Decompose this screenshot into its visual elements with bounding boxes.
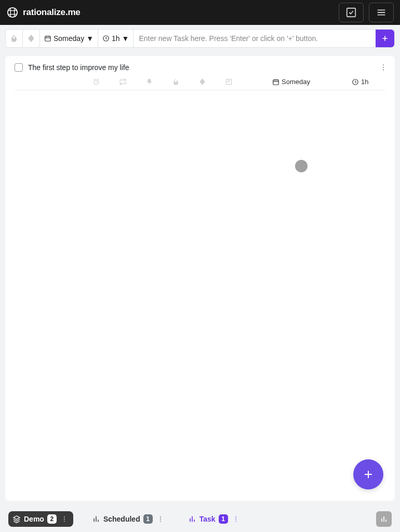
header-actions (339, 3, 394, 22)
schedule-selector[interactable]: Someday ▼ (40, 30, 98, 47)
alarm-icon[interactable] (92, 78, 100, 86)
priority-diamond-button[interactable] (23, 30, 40, 47)
task-checkbox[interactable] (15, 63, 23, 72)
task-row[interactable]: The first step to improve my life Someda… (5, 56, 395, 90)
bell-icon[interactable] (145, 78, 153, 86)
svg-rect-9 (273, 79, 279, 84)
fab-add-button[interactable] (353, 459, 383, 489)
task-title: The first step to improve my life (28, 63, 129, 72)
svg-point-5 (383, 67, 384, 68)
task-schedule-chip[interactable]: Someday (272, 78, 310, 86)
task-duration-chip[interactable]: 1h (352, 78, 368, 86)
svg-point-14 (160, 516, 161, 517)
cursor-indicator (295, 160, 308, 172)
layers-icon (12, 515, 21, 523)
plus-icon (362, 468, 375, 481)
more-vertical-icon (61, 515, 68, 523)
clock-icon (102, 35, 110, 42)
task-head: The first step to improve my life (15, 63, 385, 72)
svg-point-0 (8, 8, 17, 17)
svg-rect-2 (45, 36, 51, 41)
svg-point-18 (235, 519, 236, 520)
more-vertical-icon (379, 63, 388, 72)
task-duration-value: 1h (361, 78, 368, 86)
view-task-chip[interactable]: Task 1 (184, 511, 245, 527)
svg-point-15 (160, 519, 161, 520)
brand-icon (6, 6, 19, 19)
more-vertical-icon (157, 515, 164, 523)
svg-point-16 (160, 521, 161, 522)
bars-icon (92, 515, 100, 523)
bottom-bar: Demo 2 Scheduled 1 Task 1 (0, 506, 400, 532)
svg-point-17 (235, 516, 236, 517)
view-scheduled-count: 1 (143, 514, 153, 524)
calendar-icon (44, 35, 51, 42)
task-meta: Someday 1h (15, 74, 385, 90)
task-schedule-value: Someday (282, 78, 310, 86)
view-scheduled-more[interactable] (156, 515, 165, 523)
menu-button[interactable] (369, 3, 394, 22)
view-demo-more[interactable] (60, 515, 69, 523)
stats-button[interactable] (376, 511, 392, 527)
view-scheduled-label: Scheduled (103, 515, 140, 523)
chevron-down-icon: ▼ (86, 34, 94, 43)
repeat-icon[interactable] (119, 78, 127, 86)
svg-point-6 (383, 70, 384, 71)
svg-rect-1 (347, 8, 356, 17)
view-demo-label: Demo (24, 515, 44, 523)
view-task-count: 1 (219, 514, 228, 524)
brand-text: rationalize.me (23, 7, 81, 18)
new-task-input[interactable] (134, 30, 376, 47)
view-task-label: Task (199, 515, 216, 523)
task-more-button[interactable] (379, 63, 388, 72)
add-task-button[interactable] (376, 30, 394, 47)
priority-fire-button[interactable] (6, 30, 23, 47)
view-task-more[interactable] (231, 515, 241, 523)
task-list-card: The first step to improve my life Someda… (5, 56, 395, 501)
svg-point-19 (235, 521, 236, 522)
clock-icon (352, 78, 359, 86)
tasks-toggle-button[interactable] (339, 3, 364, 22)
more-vertical-icon (232, 515, 239, 523)
fire-icon[interactable] (172, 78, 180, 86)
svg-point-13 (64, 521, 65, 522)
plus-icon (381, 34, 389, 43)
chevron-down-icon: ▼ (122, 34, 129, 43)
note-icon[interactable] (225, 78, 233, 86)
view-demo-count: 2 (47, 514, 57, 524)
schedule-label: Someday (54, 34, 84, 43)
svg-point-12 (64, 519, 65, 520)
diamond-icon[interactable] (198, 78, 206, 86)
calendar-icon (272, 78, 279, 86)
bars-icon (188, 515, 196, 523)
brand[interactable]: rationalize.me (6, 6, 81, 19)
view-scheduled-chip[interactable]: Scheduled 1 (88, 511, 169, 527)
app-header: rationalize.me (0, 0, 400, 25)
bars-icon (380, 515, 388, 523)
svg-point-11 (64, 516, 65, 517)
svg-point-4 (383, 64, 384, 65)
new-task-toolbar: Someday ▼ 1h ▼ (5, 29, 395, 48)
view-demo-chip[interactable]: Demo 2 (8, 511, 73, 527)
duration-label: 1h (112, 34, 120, 43)
duration-selector[interactable]: 1h ▼ (98, 30, 134, 47)
